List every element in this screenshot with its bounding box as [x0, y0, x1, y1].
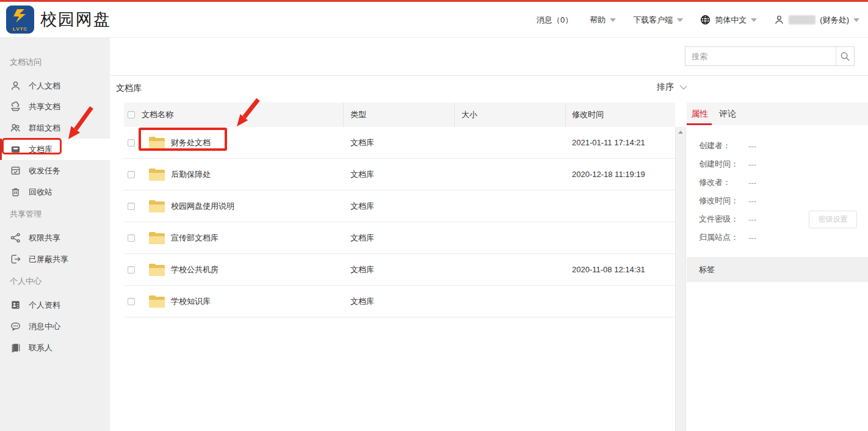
chevron-down-icon — [610, 18, 616, 22]
row-checkbox[interactable] — [128, 171, 135, 178]
document-name[interactable]: 学校知识库 — [171, 296, 211, 307]
download-client-label: 下载客户端 — [633, 15, 673, 26]
column-header-size[interactable]: 大小 — [455, 103, 566, 127]
field-create-time: 创建时间： --- — [699, 155, 858, 173]
sort-dropdown[interactable]: 排序 — [657, 82, 688, 93]
user-name-redacted — [789, 15, 816, 24]
row-checkbox[interactable] — [128, 298, 135, 305]
lightning-logo-icon — [11, 9, 29, 24]
tab-comments[interactable]: 评论 — [718, 109, 737, 125]
sidebar-item-contacts[interactable]: 联系人 — [0, 337, 110, 358]
trash-icon — [10, 186, 21, 198]
details-tabs: 属性 评论 — [687, 103, 868, 125]
document-name[interactable]: 学校公共机房 — [171, 264, 219, 275]
sort-label: 排序 — [657, 82, 674, 93]
document-type: 文档库 — [344, 296, 455, 307]
sidebar-section-doc-access: 文档访问 — [10, 52, 42, 73]
user-icon — [774, 15, 784, 25]
search-button[interactable] — [836, 47, 854, 65]
table-row[interactable]: 后勤保障处 文档库 2020-12-18 11:19:19 — [124, 159, 675, 190]
field-modifier: 修改者： --- — [699, 173, 858, 192]
sidebar-item-label: 群组文档 — [29, 123, 60, 134]
tab-properties[interactable]: 属性 — [690, 109, 709, 125]
help-label: 帮助 — [590, 15, 606, 26]
user-icon — [10, 80, 21, 92]
sidebar: 文档访问 个人文档 共享文档 群组文档 — [0, 38, 110, 431]
select-all-checkbox[interactable] — [128, 111, 135, 118]
sidebar-item-shared-docs[interactable]: 共享文档 — [0, 96, 110, 117]
chevron-down-icon — [853, 18, 859, 22]
sidebar-item-recycle-bin[interactable]: 回收站 — [0, 181, 110, 203]
folder-icon — [149, 200, 165, 212]
sidebar-item-personal-docs[interactable]: 个人文档 — [0, 75, 110, 96]
language-menu[interactable]: 简体中文 — [700, 15, 757, 26]
messages-link[interactable]: 消息（0） — [537, 15, 573, 26]
document-name[interactable]: 后勤保障处 — [171, 169, 211, 180]
brand[interactable]: LVTC 校园网盘 — [6, 5, 111, 34]
globe-icon — [700, 15, 711, 25]
library-tray-icon — [10, 143, 21, 155]
column-header-modified[interactable]: 修改时间 — [566, 103, 675, 127]
sidebar-item-label: 权限共享 — [29, 233, 60, 244]
sidebar-item-send-receive-tasks[interactable]: 收发任务 — [0, 160, 110, 181]
row-checkbox[interactable] — [128, 139, 135, 147]
download-client-menu[interactable]: 下载客户端 — [633, 15, 683, 26]
vertical-scrollbar[interactable] — [675, 127, 686, 431]
sidebar-item-label: 消息中心 — [29, 321, 60, 332]
table-header: 文档名称 类型 大小 修改时间 — [124, 103, 675, 127]
table-row[interactable]: 宣传部文档库 文档库 — [124, 222, 675, 254]
topbar-menu: 消息（0） 帮助 下载客户端 简体中文 — [537, 2, 859, 38]
folder-icon — [149, 232, 165, 244]
sidebar-item-label: 个人资料 — [29, 300, 60, 311]
row-checkbox[interactable] — [128, 266, 135, 273]
user-menu[interactable]: (财务处) — [774, 15, 859, 26]
document-type: 文档库 — [344, 201, 455, 212]
help-menu[interactable]: 帮助 — [590, 15, 616, 26]
table-row[interactable]: 校园网盘使用说明 文档库 — [124, 190, 675, 222]
sidebar-item-permission-share[interactable]: 权限共享 — [0, 227, 110, 248]
sidebar-item-message-center[interactable]: 消息中心 — [0, 316, 110, 337]
brand-logo: LVTC — [6, 5, 34, 34]
table-row[interactable]: 学校公共机房 文档库 2020-11-08 12:14:31 — [124, 254, 675, 286]
sidebar-item-label: 已屏蔽共享 — [29, 254, 68, 265]
tasks-icon — [10, 165, 21, 176]
messages-label: 消息（0） — [537, 15, 573, 26]
shared-docs-icon — [10, 101, 21, 112]
document-name[interactable]: 校园网盘使用说明 — [171, 201, 234, 212]
table-row[interactable]: 学校知识库 文档库 — [124, 286, 675, 317]
document-modified: 2021-01-11 17:14:21 — [566, 138, 675, 147]
row-checkbox[interactable] — [128, 234, 135, 242]
sidebar-item-label: 联系人 — [29, 342, 52, 353]
group-icon — [10, 122, 21, 134]
sidebar-item-label: 个人文档 — [29, 81, 60, 92]
sidebar-item-group-docs[interactable]: 群组文档 — [0, 117, 110, 139]
search-icon — [840, 51, 850, 62]
profile-card-icon — [10, 299, 21, 311]
search-input[interactable] — [685, 47, 836, 65]
sidebar-item-document-library[interactable]: 文档库 — [0, 139, 110, 160]
folder-icon — [149, 137, 165, 149]
folder-icon — [149, 168, 165, 181]
document-name[interactable]: 财务处文档 — [171, 137, 211, 148]
search-strip — [110, 38, 868, 76]
column-header-name[interactable]: 文档名称 — [142, 109, 173, 120]
contacts-book-icon — [10, 342, 21, 353]
security-level-button[interactable]: 密级设置 — [809, 211, 857, 228]
logo-text: LVTC — [6, 26, 34, 32]
field-modify-time: 修改时间： --- — [699, 192, 858, 210]
scrollbar-up-arrow-icon[interactable] — [678, 131, 683, 134]
chevron-down-icon — [751, 18, 757, 22]
column-header-type[interactable]: 类型 — [344, 103, 455, 127]
document-table: 文档名称 类型 大小 修改时间 财务处文档 文档库 2021-01-11 17:… — [124, 103, 675, 317]
sidebar-item-profile[interactable]: 个人资料 — [0, 294, 110, 316]
row-checkbox[interactable] — [128, 203, 135, 210]
app-title: 校园网盘 — [40, 9, 111, 31]
details-panel: 属性 评论 创建者： --- 创建时间： --- 修改者： --- 修改时间： … — [687, 76, 868, 431]
table-row[interactable]: 财务处文档 文档库 2021-01-11 17:14:21 — [124, 127, 675, 159]
user-dept-label: (财务处) — [820, 15, 849, 26]
document-name[interactable]: 宣传部文档库 — [171, 233, 219, 244]
sidebar-item-blocked-share[interactable]: 已屏蔽共享 — [0, 248, 110, 270]
share-nodes-icon — [10, 232, 21, 244]
field-creator: 创建者： --- — [699, 137, 858, 155]
topbar: LVTC 校园网盘 消息（0） 帮助 下载客户端 简体中文 — [0, 2, 868, 38]
